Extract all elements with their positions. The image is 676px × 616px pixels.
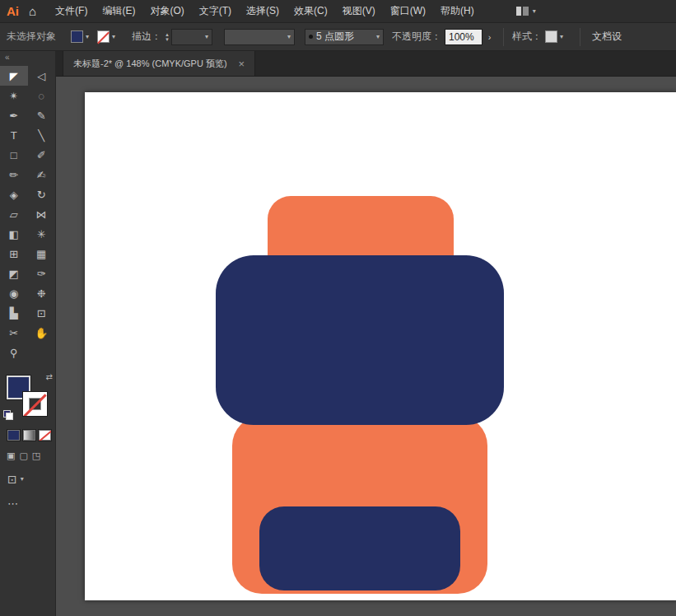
menu-view[interactable]: 视图(V) <box>335 0 383 23</box>
rectangle-tool[interactable]: □ <box>0 145 28 165</box>
main-area: « ◤◁✴◌✒✎T╲□✐✏✍◈↻▱⋈◧✳⊞▦◩✑◉❉▙⊡✂✋⚲ ⇄ ▣ ▢ ◳ <box>0 51 676 616</box>
opacity-label: 不透明度： <box>392 30 441 44</box>
curvature-tool[interactable]: ✎ <box>28 105 56 125</box>
none-button[interactable] <box>39 430 51 441</box>
fill-stroke-indicator: ⇄ <box>5 372 53 420</box>
brush-definition-dropdown[interactable]: 5 点圆形 ▾ <box>305 29 384 45</box>
color-mode-buttons <box>7 430 55 441</box>
color-button[interactable] <box>7 430 20 441</box>
zoom-tool[interactable]: ⚲ <box>0 343 28 362</box>
screen-mode-icon: ⊡ <box>7 473 17 486</box>
menu-object[interactable]: 对象(O) <box>142 0 191 23</box>
chevron-down-icon: ▾ <box>112 34 115 40</box>
menu-help[interactable]: 帮助(H) <box>433 0 482 23</box>
none-slash-icon <box>23 394 46 416</box>
style-swatch[interactable] <box>545 30 557 43</box>
magic-wand-tool[interactable]: ✴ <box>0 86 28 105</box>
artboard-tool[interactable]: ⊡ <box>28 303 56 323</box>
stroke-weight-dropdown[interactable]: ▾ <box>171 29 212 45</box>
fill-color-picker[interactable]: ▾ <box>71 30 89 43</box>
brush-preview-dot-icon <box>309 35 313 39</box>
symbol-sprayer-tool[interactable]: ❉ <box>28 283 56 303</box>
close-icon[interactable]: × <box>239 58 245 70</box>
chevron-down-icon: ▾ <box>21 476 24 483</box>
artwork-layer <box>56 77 676 616</box>
menu-bar: Ai ⌂ 文件(F) 编辑(E) 对象(O) 文字(T) 选择(S) 效果(C)… <box>0 0 676 23</box>
puppet-warp-tool[interactable]: ✳ <box>28 224 56 244</box>
divider <box>503 28 504 46</box>
column-graph-tool[interactable]: ▙ <box>0 303 28 323</box>
brush-name: 5 点圆形 <box>316 30 354 44</box>
menu-effect[interactable]: 效果(C) <box>287 0 335 23</box>
eyedropper-tool[interactable]: ✑ <box>28 264 56 283</box>
document-tab-title: 未标题-2* @ 148% (CMYK/GPU 预览) <box>73 58 227 70</box>
document-tab-bar: 未标题-2* @ 148% (CMYK/GPU 预览) × <box>56 51 676 77</box>
menu-type[interactable]: 文字(T) <box>192 0 239 23</box>
menu-file[interactable]: 文件(F) <box>48 0 95 23</box>
shaper-tool[interactable]: ✍ <box>28 165 56 184</box>
stroke-none-swatch[interactable] <box>97 30 110 43</box>
chevron-down-icon: ▾ <box>560 34 563 40</box>
opacity-value: 100% <box>449 31 474 43</box>
slice-tool[interactable]: ✂ <box>0 323 28 343</box>
width-profile-dropdown[interactable]: ▾ <box>224 29 295 45</box>
opacity-input[interactable]: 100% <box>445 29 483 45</box>
paintbrush-tool[interactable]: ✐ <box>28 145 56 165</box>
pen-tool[interactable]: ✒ <box>0 105 28 125</box>
stroke-color-box[interactable] <box>23 392 47 416</box>
app-logo: Ai <box>0 4 27 18</box>
stroke-color-picker[interactable]: ▾ <box>97 30 115 43</box>
line-segment-tool[interactable]: ╲ <box>28 125 56 145</box>
document-tab[interactable]: 未标题-2* @ 148% (CMYK/GPU 预览) × <box>63 51 255 76</box>
lasso-tool[interactable]: ◌ <box>28 86 56 105</box>
blend-tool[interactable]: ◉ <box>0 283 28 303</box>
stepper-down-icon[interactable]: ▼ <box>165 37 170 42</box>
selection-status: 未选择对象 <box>7 30 56 44</box>
drawing-mode-buttons: ▣ ▢ ◳ <box>7 450 55 461</box>
canvas[interactable] <box>56 77 676 616</box>
rotate-tool[interactable]: ↻ <box>28 184 56 204</box>
chevron-down-icon: ▾ <box>533 8 536 15</box>
menu-select[interactable]: 选择(S) <box>239 0 287 23</box>
chevron-down-icon: ▾ <box>86 34 89 40</box>
eraser-tool[interactable]: ◈ <box>0 184 28 204</box>
direct-selection-tool[interactable]: ◁ <box>28 66 56 86</box>
fill-swatch[interactable] <box>71 30 83 43</box>
illustrator-window: Ai ⌂ 文件(F) 编辑(E) 对象(O) 文字(T) 选择(S) 效果(C)… <box>0 0 676 616</box>
chevron-down-icon: ▾ <box>287 34 291 40</box>
stroke-weight-stepper[interactable]: ▲ ▼ <box>165 32 170 42</box>
menu-edit[interactable]: 编辑(E) <box>95 0 142 23</box>
shape-builder-tool[interactable]: ◧ <box>0 224 28 244</box>
perspective-grid-tool[interactable]: ⊞ <box>0 244 28 264</box>
bag-main-panel[interactable] <box>216 255 504 425</box>
home-icon[interactable]: ⌂ <box>27 4 48 18</box>
gradient-tool[interactable]: ◩ <box>0 264 28 283</box>
hand-tool[interactable]: ✋ <box>28 323 56 343</box>
pencil-tool[interactable]: ✏ <box>0 165 28 184</box>
selection-tool[interactable]: ◤ <box>0 66 28 86</box>
bag-front-pocket[interactable] <box>259 506 460 590</box>
edit-toolbar-icon[interactable]: ⋯ <box>7 497 55 510</box>
menu-window[interactable]: 窗口(W) <box>383 0 433 23</box>
opacity-panel-expander[interactable]: › <box>484 29 495 45</box>
graphic-style-dropdown[interactable]: ▾ <box>545 30 563 43</box>
chevron-down-icon: ▾ <box>205 34 208 40</box>
workspace-grid-icon <box>516 7 529 16</box>
screen-mode-button[interactable]: ⊡ ▾ <box>7 473 55 486</box>
draw-normal-icon[interactable]: ▣ <box>7 450 15 461</box>
type-tool[interactable]: T <box>0 125 28 145</box>
width-tool[interactable]: ⋈ <box>28 204 56 224</box>
gradient-button[interactable] <box>23 430 35 441</box>
tools-panel: « ◤◁✴◌✒✎T╲□✐✏✍◈↻▱⋈◧✳⊞▦◩✑◉❉▙⊡✂✋⚲ ⇄ ▣ ▢ ◳ <box>0 51 56 616</box>
stroke-weight-label: 描边： <box>132 30 161 44</box>
workspace-switcher[interactable]: ▾ <box>516 7 536 16</box>
document-setup-button[interactable]: 文档设 <box>592 30 622 44</box>
collapse-panel-icon[interactable]: « <box>0 51 55 66</box>
scale-tool[interactable]: ▱ <box>0 204 28 224</box>
tools-grid: ◤◁✴◌✒✎T╲□✐✏✍◈↻▱⋈◧✳⊞▦◩✑◉❉▙⊡✂✋⚲ <box>0 66 55 362</box>
draw-behind-icon[interactable]: ▢ <box>19 450 27 461</box>
draw-inside-icon[interactable]: ◳ <box>32 450 40 461</box>
swap-fill-stroke-icon[interactable]: ⇄ <box>46 372 53 381</box>
mesh-tool[interactable]: ▦ <box>28 244 56 264</box>
default-fill-stroke-icon[interactable] <box>3 410 13 420</box>
